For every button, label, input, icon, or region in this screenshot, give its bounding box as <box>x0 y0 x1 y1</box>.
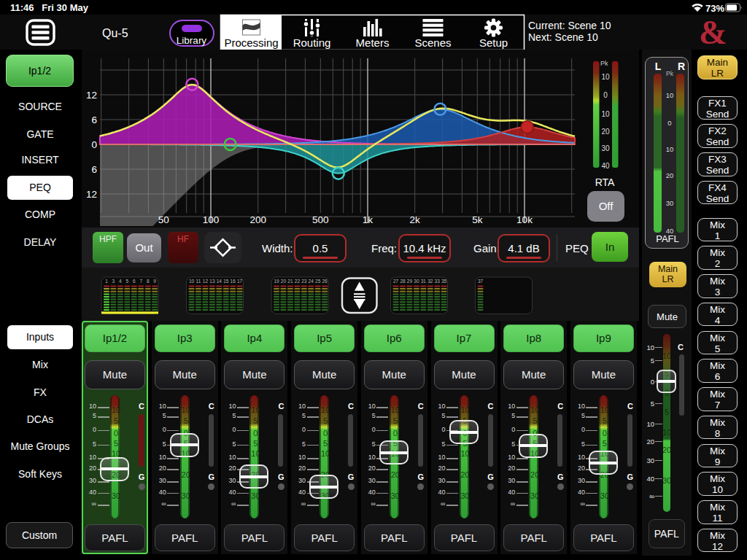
svg-text:10: 10 <box>601 73 610 81</box>
svg-text:8: 8 <box>147 279 150 284</box>
svg-text:100: 100 <box>203 214 220 225</box>
svg-text:Meters: Meters <box>356 36 390 49</box>
svg-text:Processing: Processing <box>224 36 278 49</box>
svg-text:Routing: Routing <box>293 36 331 49</box>
svg-text:6: 6 <box>133 279 136 284</box>
svg-text:24: 24 <box>309 279 314 284</box>
svg-text:22: 22 <box>295 279 301 284</box>
svg-text:6: 6 <box>91 164 97 175</box>
svg-text:10k: 10k <box>516 214 533 225</box>
svg-text:33: 33 <box>435 279 441 284</box>
svg-text:37: 37 <box>478 279 484 284</box>
svg-text:40: 40 <box>601 162 610 170</box>
svg-text:25: 25 <box>315 279 321 284</box>
svg-text:1k: 1k <box>363 214 374 225</box>
svg-text:500: 500 <box>312 214 329 225</box>
svg-text:27: 27 <box>393 279 399 284</box>
svg-text:16: 16 <box>231 279 236 284</box>
svg-text:28: 28 <box>400 279 406 284</box>
svg-text:15: 15 <box>223 279 229 284</box>
svg-text:35: 35 <box>441 279 447 284</box>
svg-text:Setup: Setup <box>479 36 508 49</box>
svg-text:17: 17 <box>237 279 243 284</box>
svg-text:7: 7 <box>139 279 142 284</box>
svg-text:30: 30 <box>414 279 419 284</box>
svg-text:13: 13 <box>209 279 215 284</box>
svg-text:0: 0 <box>603 91 608 99</box>
svg-text:26: 26 <box>322 279 328 284</box>
svg-text:3: 3 <box>112 279 115 284</box>
svg-text:6: 6 <box>91 114 97 125</box>
svg-text:20: 20 <box>601 128 610 136</box>
svg-text:12: 12 <box>203 279 209 284</box>
svg-text:0: 0 <box>91 139 97 150</box>
svg-text:30: 30 <box>601 144 610 152</box>
svg-text:14: 14 <box>217 279 222 284</box>
svg-text:20: 20 <box>281 279 287 284</box>
svg-text:73%: 73% <box>705 3 724 14</box>
svg-text:12: 12 <box>86 189 97 200</box>
svg-text:2k: 2k <box>410 214 421 225</box>
svg-text:Pk: Pk <box>600 60 608 67</box>
svg-text:29: 29 <box>407 279 413 284</box>
svg-text:21: 21 <box>287 279 293 284</box>
svg-text:5k: 5k <box>472 214 483 225</box>
svg-text:23: 23 <box>301 279 307 284</box>
svg-text:11: 11 <box>196 279 201 284</box>
svg-text:RTA: RTA <box>595 176 615 188</box>
svg-text:50: 50 <box>158 214 169 225</box>
svg-text:Scenes: Scenes <box>414 36 451 49</box>
svg-text:10: 10 <box>601 110 610 118</box>
svg-text:Off: Off <box>599 200 614 212</box>
svg-text:31: 31 <box>421 279 427 284</box>
svg-text:5: 5 <box>125 279 128 284</box>
svg-text:4: 4 <box>119 279 122 284</box>
svg-text:9: 9 <box>153 279 156 284</box>
svg-text:1: 1 <box>105 279 108 284</box>
svg-text:32: 32 <box>427 279 433 284</box>
svg-text:200: 200 <box>249 214 266 225</box>
svg-text:12: 12 <box>86 90 97 101</box>
svg-text:10: 10 <box>189 279 195 284</box>
svg-text:19: 19 <box>274 279 279 284</box>
